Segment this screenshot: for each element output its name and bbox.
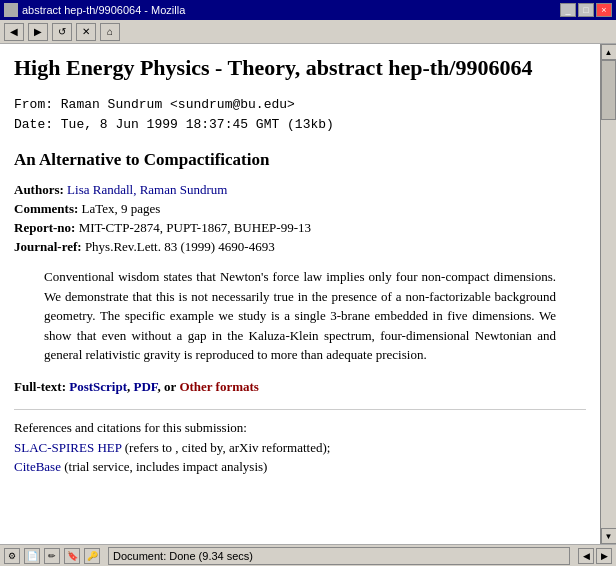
stop-button[interactable]: ✕ [76,23,96,41]
forward-button[interactable]: ▶ [28,23,48,41]
status-icon-1[interactable]: ⚙ [4,548,20,564]
reportno-row: Report-no: MIT-CTP-2874, PUPT-1867, BUHE… [14,220,586,236]
pdf-link[interactable]: PDF [134,379,158,394]
status-icon-4[interactable]: 🔖 [64,548,80,564]
reportno-text: MIT-CTP-2874, PUPT-1867, BUHEP-99-13 [79,220,311,235]
content-area: High Energy Physics - Theory, abstract h… [0,44,600,544]
fulltext-line: Full-text: PostScript, PDF, or Other for… [14,379,586,395]
comments-row: Comments: LaTex, 9 pages [14,201,586,217]
vertical-scrollbar[interactable]: ▲ ▼ [600,44,616,544]
fulltext-or: , or [158,379,180,394]
close-button[interactable]: × [596,3,612,17]
citebase-desc: (trial service, includes impact analysis… [64,459,267,474]
status-right: ◀ ▶ [578,548,612,564]
window-title: abstract hep-th/9906064 - Mozilla [22,4,185,16]
maximize-button[interactable]: □ [578,3,594,17]
scroll-up-button[interactable]: ▲ [601,44,617,60]
slac-desc: (refers to , cited by, arXiv reformatted… [125,440,331,455]
window-controls[interactable]: _ □ × [560,3,612,17]
content-wrapper: High Energy Physics - Theory, abstract h… [0,44,616,544]
status-icon-3[interactable]: ✏ [44,548,60,564]
title-bar: abstract hep-th/9906064 - Mozilla _ □ × [0,0,616,20]
authors-label: Authors: [14,182,64,197]
slac-link[interactable]: SLAC-SPIRES HEP [14,440,122,455]
meta-block: From: Raman Sundrum <sundrum@bu.edu> Dat… [14,95,586,137]
status-bar: ⚙ 📄 ✏ 🔖 🔑 Document: Done (9.34 secs) ◀ ▶ [0,544,616,566]
references-section: References and citations for this submis… [14,420,586,475]
abstract-text: Conventional wisdom states that Newton's… [44,267,556,365]
scrollbar-track[interactable] [601,60,616,528]
postscript-link[interactable]: PostScript [69,379,127,394]
home-button[interactable]: ⌂ [100,23,120,41]
minimize-button[interactable]: _ [560,3,576,17]
status-icon-5[interactable]: 🔑 [84,548,100,564]
divider [14,409,586,410]
status-icon-2[interactable]: 📄 [24,548,40,564]
authors-link[interactable]: Lisa Randall, Raman Sundrum [67,182,227,197]
window-icon [4,3,18,17]
scrollbar-thumb[interactable] [601,60,616,120]
from-line: From: Raman Sundrum <sundrum@bu.edu> [14,95,586,116]
citebase-row: CiteBase (trial service, includes impact… [14,459,586,475]
status-icons: ⚙ 📄 ✏ 🔖 🔑 [4,548,100,564]
journal-label: Journal-ref: [14,239,82,254]
journal-row: Journal-ref: Phys.Rev.Lett. 83 (1999) 46… [14,239,586,255]
comments-label: Comments: [14,201,78,216]
date-line: Date: Tue, 8 Jun 1999 18:37:45 GMT (13kb… [14,115,586,136]
reportno-label: Report-no: [14,220,75,235]
slac-row: SLAC-SPIRES HEP (refers to , cited by, a… [14,440,586,456]
reload-button[interactable]: ↺ [52,23,72,41]
comments-text: LaTex, 9 pages [82,201,161,216]
page-title: High Energy Physics - Theory, abstract h… [14,54,586,83]
nav-left-icon[interactable]: ◀ [578,548,594,564]
status-text: Document: Done (9.34 secs) [108,547,570,565]
authors-row: Authors: Lisa Randall, Raman Sundrum [14,182,586,198]
back-button[interactable]: ◀ [4,23,24,41]
citebase-link[interactable]: CiteBase [14,459,61,474]
fulltext-label: Full-text: [14,379,66,394]
references-intro: References and citations for this submis… [14,420,586,436]
paper-title: An Alternative to Compactification [14,150,586,170]
journal-text: Phys.Rev.Lett. 83 (1999) 4690-4693 [85,239,275,254]
other-formats-link[interactable]: Other formats [179,379,259,394]
toolbar: ◀ ▶ ↺ ✕ ⌂ [0,20,616,44]
scroll-down-button[interactable]: ▼ [601,528,617,544]
title-bar-left: abstract hep-th/9906064 - Mozilla [4,3,185,17]
nav-right-icon[interactable]: ▶ [596,548,612,564]
